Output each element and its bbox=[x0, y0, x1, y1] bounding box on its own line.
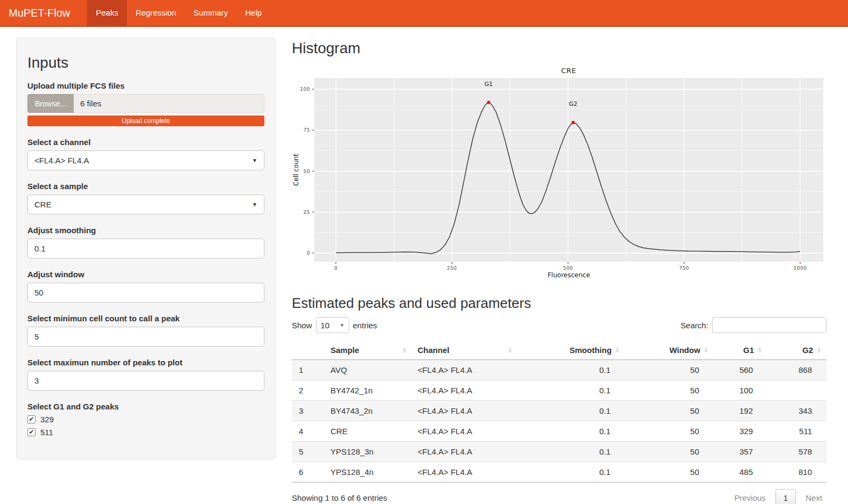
sort-icon: ▲▼ bbox=[508, 347, 512, 354]
previous-page-button[interactable]: Previous bbox=[730, 490, 770, 504]
peaks-table: Sample▲▼Channel▲▼Smoothing▲▼Window▲▼G1▲▼… bbox=[292, 341, 827, 483]
svg-text:75: 75 bbox=[304, 127, 310, 133]
sort-icon: ▲▼ bbox=[615, 347, 620, 354]
sample-group: Select a sample CRE ▼ bbox=[27, 182, 264, 214]
navbar: MuPET-Flow PeaksRegressionSummaryHelp bbox=[0, 0, 848, 27]
table-cell: CRE bbox=[325, 421, 412, 442]
smoothing-label: Adjust smoothing bbox=[27, 226, 264, 235]
table-cell bbox=[767, 380, 827, 401]
search-input[interactable] bbox=[712, 317, 827, 333]
table-row: 4CRE<FL4.A> FL4.A0.150329511 bbox=[292, 421, 827, 442]
table-row: 3BY4743_2n<FL4.A> FL4.A0.150192343 bbox=[292, 401, 827, 421]
table-cell: 560 bbox=[714, 360, 767, 380]
column-header-g2[interactable]: G2▲▼ bbox=[767, 341, 827, 360]
max-peaks-input[interactable] bbox=[27, 371, 264, 391]
window-input[interactable] bbox=[27, 283, 264, 303]
histogram-plot: 025050075010000255075100G1G2CREFluoresce… bbox=[292, 66, 824, 280]
peak-label-g1: G1 bbox=[484, 81, 493, 88]
table-cell: AVQ bbox=[325, 360, 412, 380]
table-row: 1AVQ<FL4.A> FL4.A0.150560868 bbox=[292, 360, 827, 380]
y-axis-title: Cell count bbox=[292, 154, 300, 186]
svg-text:0: 0 bbox=[307, 250, 310, 256]
peaks-check-group: Select G1 and G2 peaks ✔329✔511 bbox=[27, 402, 264, 437]
upload-group: Upload multiple FCS files Browse... 6 fi… bbox=[27, 81, 264, 126]
table-cell: <FL4.A> FL4.A bbox=[412, 442, 518, 462]
peaks-checkbox-list: ✔329✔511 bbox=[27, 415, 264, 437]
peak-checkbox-row: ✔329 bbox=[27, 415, 264, 424]
app-brand[interactable]: MuPET-Flow bbox=[0, 0, 78, 26]
upload-progress-text: Upload complete bbox=[121, 117, 170, 125]
min-count-input[interactable] bbox=[27, 327, 264, 347]
table-cell: 0.1 bbox=[518, 462, 625, 483]
tab-regression[interactable]: Regression bbox=[127, 0, 185, 26]
table-cell: 810 bbox=[767, 462, 827, 483]
main-panel: Histogram 025050075010000255075100G1G2CR… bbox=[292, 38, 827, 504]
tab-help[interactable]: Help bbox=[236, 0, 270, 26]
max-peaks-group: Select maximun number of peaks to plot bbox=[27, 358, 264, 391]
sample-select[interactable]: CRE ▼ bbox=[27, 195, 264, 214]
page-length-control: Show 10 ▼ entries bbox=[292, 317, 377, 333]
table-heading: Estimated peaks and used parameters bbox=[292, 295, 827, 312]
table-cell: 357 bbox=[714, 442, 767, 462]
smoothing-input[interactable] bbox=[27, 239, 264, 258]
table-cell: 485 bbox=[714, 462, 767, 483]
table-cell: 100 bbox=[714, 380, 767, 401]
table-row: 2BY4742_1n<FL4.A> FL4.A0.150100 bbox=[292, 380, 827, 401]
next-page-button[interactable]: Next bbox=[801, 490, 827, 504]
inputs-title: Inputs bbox=[27, 54, 264, 71]
table-cell: 5 bbox=[292, 442, 325, 462]
table-cell: 0.1 bbox=[518, 360, 625, 380]
column-header-smoothing[interactable]: Smoothing▲▼ bbox=[518, 341, 625, 360]
table-cell: BY4743_2n bbox=[325, 401, 412, 421]
max-peaks-label: Select maximun number of peaks to plot bbox=[27, 358, 264, 367]
table-info: Showing 1 to 6 of 6 entries bbox=[292, 493, 387, 502]
table-cell: 50 bbox=[625, 380, 714, 401]
table-cell: YPS128_3n bbox=[325, 442, 412, 462]
svg-text:0: 0 bbox=[334, 265, 337, 271]
browse-button[interactable]: Browse... bbox=[27, 94, 74, 113]
svg-text:250: 250 bbox=[447, 265, 457, 271]
table-row: 6YPS128_4n<FL4.A> FL4.A0.150485810 bbox=[292, 462, 827, 483]
histogram-heading: Histogram bbox=[292, 40, 827, 57]
svg-text:1000: 1000 bbox=[794, 265, 807, 271]
show-label: Show bbox=[292, 321, 312, 330]
page-length-select[interactable]: 10 ▼ bbox=[316, 317, 349, 333]
sort-icon: ▲▼ bbox=[758, 347, 762, 354]
column-header-window[interactable]: Window▲▼ bbox=[625, 341, 714, 360]
upload-progress-bar: Upload complete bbox=[27, 116, 264, 126]
inputs-panel: Inputs Upload multiple FCS files Browse.… bbox=[16, 38, 276, 459]
svg-text:50: 50 bbox=[304, 169, 310, 174]
channel-select-value: <FL4.A> FL4.A bbox=[34, 156, 89, 165]
table-cell: 50 bbox=[625, 401, 714, 421]
table-cell: 1 bbox=[292, 360, 325, 380]
min-count-group: Select minimun cell count to call a peak bbox=[27, 314, 264, 347]
table-cell: <FL4.A> FL4.A bbox=[412, 421, 518, 442]
smoothing-group: Adjust smoothing bbox=[27, 226, 264, 258]
svg-text:25: 25 bbox=[304, 210, 310, 215]
datatable-footer: Showing 1 to 6 of 6 entries Previous 1 N… bbox=[292, 489, 827, 504]
column-header-index[interactable] bbox=[292, 341, 325, 360]
tab-summary[interactable]: Summary bbox=[185, 0, 236, 26]
svg-text:500: 500 bbox=[563, 265, 573, 271]
table-cell: 343 bbox=[767, 401, 827, 421]
checkbox-329[interactable]: ✔ bbox=[27, 415, 35, 423]
column-header-sample[interactable]: Sample▲▼ bbox=[325, 341, 412, 360]
table-cell: 0.1 bbox=[518, 380, 625, 401]
channel-select[interactable]: <FL4.A> FL4.A ▼ bbox=[27, 150, 264, 170]
column-header-channel[interactable]: Channel▲▼ bbox=[412, 341, 518, 360]
channel-label: Select a channel bbox=[27, 138, 264, 147]
page-1-button[interactable]: 1 bbox=[775, 489, 796, 504]
table-cell: 192 bbox=[714, 401, 767, 421]
plot-title: CRE bbox=[561, 67, 577, 75]
page-length-value: 10 bbox=[321, 321, 330, 330]
table-cell: 578 bbox=[767, 442, 827, 462]
peaks-check-label: Select G1 and G2 peaks bbox=[27, 402, 264, 411]
table-cell: 50 bbox=[625, 442, 714, 462]
table-row: 5YPS128_3n<FL4.A> FL4.A0.150357578 bbox=[292, 442, 827, 462]
min-count-label: Select minimun cell count to call a peak bbox=[27, 314, 264, 323]
sample-select-value: CRE bbox=[34, 200, 52, 209]
checkbox-511[interactable]: ✔ bbox=[27, 428, 35, 436]
tab-peaks[interactable]: Peaks bbox=[87, 0, 127, 26]
table-cell: <FL4.A> FL4.A bbox=[412, 462, 518, 483]
column-header-g1[interactable]: G1▲▼ bbox=[714, 341, 767, 360]
